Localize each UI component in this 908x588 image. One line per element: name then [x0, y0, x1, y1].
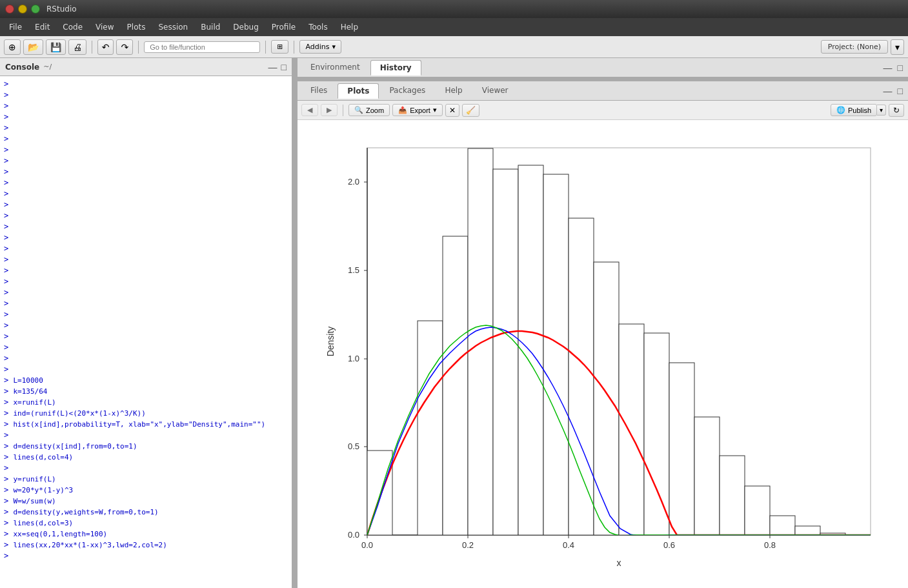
close-button[interactable] — [5, 5, 14, 14]
menu-session[interactable]: Session — [152, 20, 194, 34]
console-line: > — [4, 243, 288, 254]
svg-text:0.8: 0.8 — [764, 540, 776, 550]
menu-help[interactable]: Help — [334, 20, 365, 34]
console-line: > — [4, 134, 288, 145]
open-file-button[interactable]: 📂 — [23, 39, 43, 55]
maximize-button[interactable] — [31, 5, 40, 14]
svg-text:0.6: 0.6 — [663, 540, 675, 550]
plot-tabs: Files Plots Packages Help Viewer — □ — [298, 81, 908, 101]
console-body[interactable]: >>>>>>>>>>>>>>>>>>>>>>>>>>>> L=10000> k=… — [0, 76, 292, 588]
tab-plots[interactable]: Plots — [338, 83, 379, 99]
undo-button[interactable]: ↶ — [97, 39, 114, 55]
menu-file[interactable]: File — [3, 20, 28, 34]
tab-viewer[interactable]: Viewer — [473, 83, 518, 98]
console-line: > L=10000 — [4, 375, 288, 386]
addins-button[interactable]: Addins ▾ — [299, 40, 341, 54]
console-line: > — [4, 101, 288, 112]
console-line: > — [4, 309, 288, 320]
save-button[interactable]: 💾 — [46, 39, 66, 55]
plot-area: 0.0 0.5 1.0 1.5 2.0 Density — [298, 120, 908, 588]
titlebar: RStudio — [0, 0, 908, 18]
tab-packages[interactable]: Packages — [380, 83, 434, 98]
console-line: > — [4, 265, 288, 276]
console-line: > xx=seq(0,1,length=100) — [4, 529, 288, 540]
plot-next-button[interactable]: ▶ — [321, 104, 338, 116]
console-minimize[interactable]: — — [268, 62, 277, 72]
svg-rect-39 — [770, 516, 795, 535]
minimize-button[interactable] — [18, 5, 27, 14]
console-line: > — [4, 342, 288, 353]
plot-prev-button[interactable]: ◀ — [301, 104, 318, 116]
publish-button[interactable]: 🌐 Publish — [831, 104, 877, 116]
console-tab-label[interactable]: Console — [5, 63, 39, 72]
menu-edit[interactable]: Edit — [28, 20, 56, 34]
tab-files[interactable]: Files — [301, 83, 336, 98]
redo-button[interactable]: ↷ — [116, 39, 133, 55]
console-line: > — [4, 177, 288, 188]
console-tab: Console ~/ — [5, 63, 52, 72]
console-line: > — [4, 199, 288, 210]
console-line: > — [4, 232, 288, 243]
svg-rect-27 — [468, 148, 493, 535]
bottom-panel: Files Plots Packages Help Viewer — □ ◀ ▶… — [298, 81, 908, 588]
console-dir: ~/ — [43, 63, 52, 71]
new-file-button[interactable]: ⊕ — [4, 39, 21, 55]
publish-dropdown[interactable]: ▾ — [877, 105, 886, 116]
top-tabs: Environment History — □ — [298, 58, 908, 77]
menu-debug[interactable]: Debug — [227, 20, 265, 34]
app-title: RStudio — [46, 5, 77, 14]
top-panel-maximize[interactable]: □ — [896, 61, 904, 74]
svg-text:0.2: 0.2 — [462, 540, 474, 550]
tab-help[interactable]: Help — [436, 83, 471, 98]
delete-plot-button[interactable]: ✕ — [445, 104, 459, 117]
menu-plots[interactable]: Plots — [121, 20, 152, 34]
console-line: > — [4, 123, 288, 134]
console-header: Console ~/ — □ — [0, 58, 292, 76]
window-controls[interactable] — [5, 5, 40, 14]
console-line: > ind=(runif(L)<(20*x*(1-x)^3/K)) — [4, 408, 288, 419]
console-line: > — [4, 298, 288, 309]
zoom-button[interactable]: 🔍 Zoom — [348, 104, 390, 116]
svg-rect-30 — [543, 174, 569, 535]
env-history-tabs: Environment History — [301, 60, 421, 75]
console-maximize[interactable]: □ — [281, 62, 287, 72]
console-line: > — [4, 188, 288, 199]
view-grid-button[interactable]: ⊞ — [271, 40, 288, 54]
svg-text:0.0: 0.0 — [348, 530, 359, 540]
export-button[interactable]: 📤 Export ▾ — [392, 104, 443, 116]
console-line: > — [4, 276, 288, 287]
tab-history[interactable]: History — [370, 60, 421, 76]
console-line: > — [4, 254, 288, 265]
menu-profile[interactable]: Profile — [265, 20, 302, 34]
print-button[interactable]: 🖨 — [68, 39, 86, 55]
main-area: Console ~/ — □ >>>>>>>>>>>>>>>>>>>>>>>>>… — [0, 58, 908, 588]
svg-rect-37 — [720, 456, 745, 535]
svg-rect-28 — [493, 169, 518, 535]
clear-plots-button[interactable]: 🧹 — [462, 104, 479, 117]
console-line: > w=20*y*(1-y)^3 — [4, 485, 288, 496]
console-line: > W=w/sum(w) — [4, 496, 288, 507]
bottom-panel-maximize[interactable]: □ — [896, 85, 904, 97]
project-dropdown[interactable]: ▾ — [891, 39, 904, 55]
project-label[interactable]: Project: (None) — [821, 40, 888, 54]
toolbar: ⊕ 📂 💾 🖨 ↶ ↷ ⊞ Addins ▾ Project: (None) ▾ — [0, 36, 908, 58]
console-controls: — □ — [268, 62, 287, 72]
refresh-button[interactable]: ↻ — [889, 104, 904, 117]
top-panel-minimize[interactable]: — — [882, 61, 894, 74]
menu-tools[interactable]: Tools — [302, 20, 334, 34]
console-line: > — [4, 463, 288, 474]
console-line: > lines(xx,20*xx*(1-xx)^3,lwd=2,col=2) — [4, 540, 288, 551]
svg-rect-25 — [418, 321, 443, 535]
svg-rect-31 — [569, 218, 594, 535]
goto-input[interactable] — [144, 41, 260, 53]
tab-environment[interactable]: Environment — [301, 60, 369, 75]
console-line: > k=135/64 — [4, 386, 288, 397]
menu-view[interactable]: View — [89, 20, 120, 34]
console-line: > lines(d,col=4) — [4, 452, 288, 463]
console-line: > — [4, 287, 288, 298]
menu-build[interactable]: Build — [194, 20, 227, 34]
menu-code[interactable]: Code — [56, 20, 89, 34]
bottom-panel-minimize[interactable]: — — [882, 85, 894, 97]
x-axis-label: x — [617, 558, 621, 568]
console-line: > — [4, 320, 288, 331]
